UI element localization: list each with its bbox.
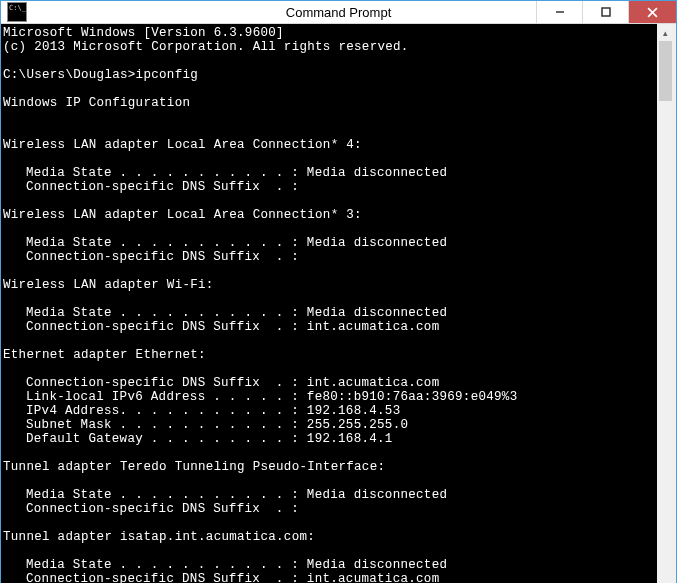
adapter-detail-line: Connection-specific DNS Suffix . : bbox=[3, 180, 657, 194]
terminal-line: Wireless LAN adapter Wi-Fi: bbox=[3, 278, 657, 292]
terminal-line bbox=[3, 292, 657, 306]
prompt-line: C:\Users\Douglas>ipconfig bbox=[3, 68, 657, 82]
adapter-detail-line: Connection-specific DNS Suffix . : int.a… bbox=[3, 376, 657, 390]
terminal-line bbox=[3, 152, 657, 166]
terminal-line bbox=[3, 110, 657, 124]
terminal-line bbox=[3, 474, 657, 488]
window-controls bbox=[536, 1, 676, 23]
scroll-up-arrow-icon[interactable]: ▴ bbox=[657, 24, 674, 41]
window-title: Command Prompt bbox=[286, 5, 391, 20]
terminal-output[interactable]: Microsoft Windows [Version 6.3.9600](c) … bbox=[1, 24, 657, 583]
terminal-line bbox=[3, 222, 657, 236]
adapter-detail-line: Connection-specific DNS Suffix . : bbox=[3, 250, 657, 264]
adapter-detail-line: Media State . . . . . . . . . . . : Medi… bbox=[3, 306, 657, 320]
adapter-detail-line: Media State . . . . . . . . . . . : Medi… bbox=[3, 488, 657, 502]
terminal-line: Wireless LAN adapter Local Area Connecti… bbox=[3, 208, 657, 222]
terminal-line: Microsoft Windows [Version 6.3.9600] bbox=[3, 26, 657, 40]
adapter-detail-line: Media State . . . . . . . . . . . : Medi… bbox=[3, 236, 657, 250]
terminal-line: Wireless LAN adapter Local Area Connecti… bbox=[3, 138, 657, 152]
adapter-detail-line: Media State . . . . . . . . . . . : Medi… bbox=[3, 558, 657, 572]
close-button[interactable] bbox=[628, 1, 676, 23]
scroll-thumb[interactable] bbox=[659, 41, 672, 101]
minimize-button[interactable] bbox=[536, 1, 582, 23]
terminal-line bbox=[3, 362, 657, 376]
adapter-detail-line: Connection-specific DNS Suffix . : int.a… bbox=[3, 320, 657, 334]
terminal-line bbox=[3, 194, 657, 208]
terminal-line bbox=[3, 264, 657, 278]
terminal-line: (c) 2013 Microsoft Corporation. All righ… bbox=[3, 40, 657, 54]
terminal-line bbox=[3, 334, 657, 348]
terminal-line bbox=[3, 516, 657, 530]
adapter-detail-line: IPv4 Address. . . . . . . . . . . : 192.… bbox=[3, 404, 657, 418]
maximize-button[interactable] bbox=[582, 1, 628, 23]
terminal-line bbox=[3, 82, 657, 96]
adapter-detail-line: Media State . . . . . . . . . . . : Medi… bbox=[3, 166, 657, 180]
adapter-detail-line: Default Gateway . . . . . . . . . : 192.… bbox=[3, 432, 657, 446]
terminal-line bbox=[3, 544, 657, 558]
vertical-scrollbar[interactable]: ▴ ▾ bbox=[657, 24, 674, 583]
terminal-line: Windows IP Configuration bbox=[3, 96, 657, 110]
adapter-detail-line: Connection-specific DNS Suffix . : int.a… bbox=[3, 572, 657, 583]
terminal-line bbox=[3, 446, 657, 460]
cmd-icon bbox=[7, 2, 27, 22]
client-area: Microsoft Windows [Version 6.3.9600](c) … bbox=[1, 24, 676, 583]
adapter-detail-line: Connection-specific DNS Suffix . : bbox=[3, 502, 657, 516]
terminal-line: Ethernet adapter Ethernet: bbox=[3, 348, 657, 362]
svg-rect-1 bbox=[602, 8, 610, 16]
maximize-icon bbox=[601, 7, 611, 17]
close-icon bbox=[647, 7, 658, 18]
command-prompt-window: Command Prompt Microsoft Windows [Versio… bbox=[0, 0, 677, 583]
terminal-line bbox=[3, 124, 657, 138]
terminal-line: Tunnel adapter Teredo Tunneling Pseudo-I… bbox=[3, 460, 657, 474]
minimize-icon bbox=[555, 7, 565, 17]
terminal-line: Tunnel adapter isatap.int.acumatica.com: bbox=[3, 530, 657, 544]
adapter-detail-line: Link-local IPv6 Address . . . . . : fe80… bbox=[3, 390, 657, 404]
adapter-detail-line: Subnet Mask . . . . . . . . . . . : 255.… bbox=[3, 418, 657, 432]
titlebar[interactable]: Command Prompt bbox=[1, 1, 676, 24]
terminal-line bbox=[3, 54, 657, 68]
